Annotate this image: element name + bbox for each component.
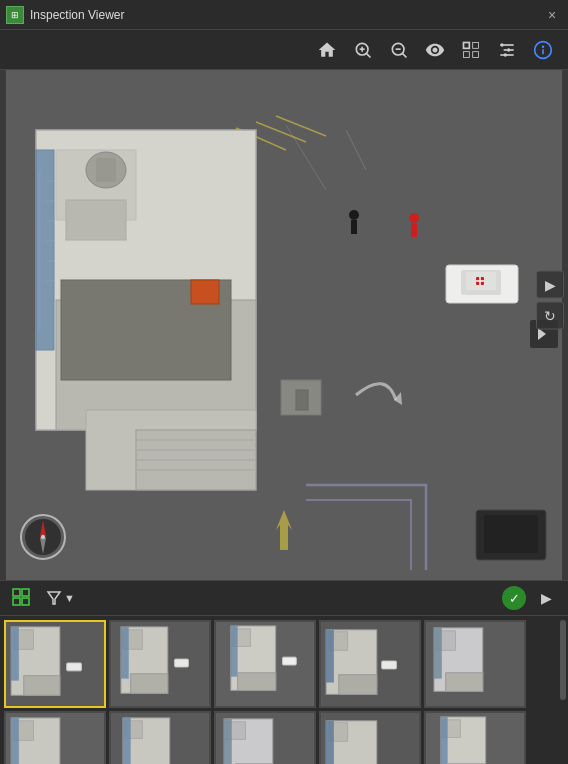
svg-rect-98 bbox=[339, 675, 377, 695]
thumbnail-2[interactable] bbox=[109, 620, 211, 708]
svg-rect-123 bbox=[326, 721, 334, 764]
svg-rect-113 bbox=[123, 718, 131, 764]
svg-rect-118 bbox=[224, 719, 232, 764]
svg-rect-38 bbox=[46, 280, 54, 282]
check-icon: ✓ bbox=[509, 591, 520, 606]
svg-rect-28 bbox=[66, 200, 126, 240]
confirm-button[interactable]: ✓ bbox=[502, 586, 526, 610]
nav-controls: ▶ ↻ bbox=[536, 270, 564, 329]
svg-rect-8 bbox=[473, 42, 479, 48]
app-icon: ⊞ bbox=[6, 6, 24, 24]
svg-rect-33 bbox=[46, 180, 54, 182]
thumbnail-grid-container bbox=[0, 616, 568, 764]
svg-rect-99 bbox=[382, 661, 397, 669]
svg-rect-103 bbox=[434, 628, 442, 679]
svg-rect-34 bbox=[46, 200, 54, 202]
svg-line-6 bbox=[402, 53, 406, 57]
svg-point-15 bbox=[507, 48, 510, 51]
svg-rect-37 bbox=[46, 260, 54, 262]
svg-rect-104 bbox=[446, 673, 483, 692]
svg-rect-108 bbox=[11, 718, 19, 764]
next-image-button[interactable]: ▶ bbox=[536, 270, 564, 298]
svg-rect-85 bbox=[121, 627, 129, 679]
title-bar: ⊞ Inspection Viewer × bbox=[0, 0, 568, 30]
svg-rect-80 bbox=[24, 676, 60, 696]
aerial-view bbox=[0, 70, 568, 580]
thumbnail-10[interactable] bbox=[424, 711, 526, 764]
scroll-handle[interactable] bbox=[560, 620, 566, 700]
zoom-in-button[interactable] bbox=[346, 35, 380, 65]
thumbnail-grid bbox=[0, 616, 568, 764]
svg-line-3 bbox=[366, 53, 370, 57]
svg-rect-59 bbox=[351, 220, 357, 234]
grid-button[interactable] bbox=[8, 585, 36, 611]
thumbnail-row-2 bbox=[4, 711, 564, 764]
visibility-button[interactable] bbox=[418, 35, 452, 65]
zoom-out-button[interactable] bbox=[382, 35, 416, 65]
thumbnail-1[interactable] bbox=[4, 620, 106, 708]
svg-rect-32 bbox=[38, 170, 41, 330]
svg-point-70 bbox=[41, 535, 45, 539]
svg-point-58 bbox=[349, 210, 359, 220]
thumbnail-8[interactable] bbox=[214, 711, 316, 764]
svg-rect-93 bbox=[283, 657, 297, 665]
home-button[interactable] bbox=[310, 35, 344, 65]
thumbnail-row-1 bbox=[4, 620, 564, 708]
svg-rect-36 bbox=[46, 240, 54, 242]
svg-rect-7 bbox=[464, 42, 470, 48]
svg-rect-86 bbox=[131, 674, 168, 694]
svg-rect-30 bbox=[96, 158, 116, 182]
svg-rect-79 bbox=[11, 627, 19, 681]
rotate-button[interactable]: ↻ bbox=[536, 301, 564, 329]
filter-button[interactable]: ▼ bbox=[42, 585, 79, 611]
svg-rect-42 bbox=[191, 280, 219, 304]
thumbnail-4[interactable] bbox=[319, 620, 421, 708]
svg-rect-87 bbox=[175, 659, 189, 667]
svg-rect-74 bbox=[22, 598, 29, 605]
thumbnail-5[interactable] bbox=[424, 620, 526, 708]
svg-rect-128 bbox=[441, 717, 448, 764]
bottom-toolbar: ▼ ✓ ▶ bbox=[0, 580, 568, 616]
svg-rect-35 bbox=[46, 220, 54, 222]
window-title: Inspection Viewer bbox=[30, 8, 542, 22]
svg-point-60 bbox=[409, 213, 419, 223]
thumbnail-9[interactable] bbox=[319, 711, 421, 764]
svg-point-14 bbox=[500, 43, 503, 46]
svg-rect-71 bbox=[13, 589, 20, 596]
svg-marker-75 bbox=[48, 592, 60, 604]
toolbar bbox=[0, 30, 568, 70]
svg-rect-97 bbox=[326, 630, 334, 683]
svg-rect-61 bbox=[411, 223, 417, 237]
compass bbox=[18, 512, 68, 562]
next-button[interactable]: ▶ bbox=[532, 585, 560, 611]
svg-rect-9 bbox=[464, 51, 470, 57]
main-viewer[interactable]: ▶ ↻ bbox=[0, 70, 568, 580]
svg-rect-72 bbox=[22, 589, 29, 596]
thumbnail-3[interactable] bbox=[214, 620, 316, 708]
close-button[interactable]: × bbox=[542, 5, 562, 25]
svg-rect-10 bbox=[473, 51, 479, 57]
select-button[interactable] bbox=[454, 35, 488, 65]
svg-rect-57 bbox=[484, 515, 538, 553]
svg-rect-91 bbox=[231, 626, 238, 677]
filter-dropdown-arrow: ▼ bbox=[64, 592, 75, 604]
info-button[interactable] bbox=[526, 35, 560, 65]
svg-rect-49 bbox=[296, 390, 308, 410]
thumbnail-7[interactable] bbox=[109, 711, 211, 764]
adjust-button[interactable] bbox=[490, 35, 524, 65]
svg-point-16 bbox=[504, 53, 507, 56]
svg-rect-92 bbox=[238, 673, 276, 691]
svg-rect-81 bbox=[67, 663, 82, 671]
svg-rect-73 bbox=[13, 598, 20, 605]
thumbnail-6[interactable] bbox=[4, 711, 106, 764]
